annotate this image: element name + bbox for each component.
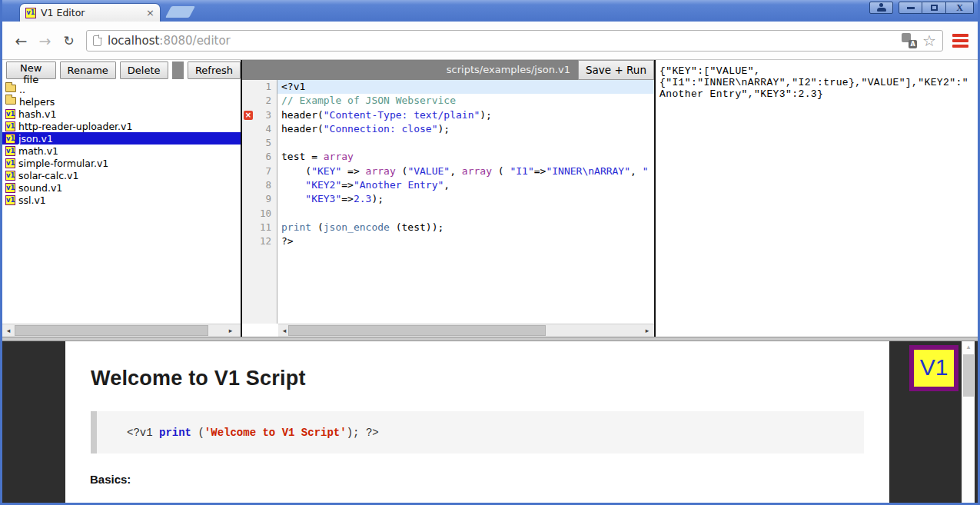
- v1-file-icon: v1: [5, 195, 15, 205]
- v1-file-icon: v1: [5, 146, 15, 156]
- file-row[interactable]: v1 sound.v1: [2, 181, 241, 194]
- close-icon: X: [956, 2, 963, 14]
- file-row[interactable]: v1 math.v1: [2, 145, 241, 157]
- editor-header: scripts/examples/json.v1 Save + Run: [242, 60, 654, 80]
- tab-close-icon[interactable]: ×: [146, 7, 154, 18]
- reload-button[interactable]: ↻: [59, 33, 78, 48]
- address-bar[interactable]: localhost:8080/editor A ☆: [86, 30, 943, 51]
- file-row[interactable]: v1 ssl.v1: [2, 194, 241, 206]
- scroll-thumb[interactable]: [15, 325, 208, 336]
- v1-file-icon: v1: [5, 183, 15, 193]
- code-line[interactable]: [277, 207, 654, 221]
- code-line[interactable]: print (json_encode (test));: [277, 221, 654, 234]
- preview-panel: Welcome to V1 Script <?v1 print ('Welcom…: [2, 341, 978, 503]
- code-line[interactable]: ?>: [277, 234, 654, 248]
- save-run-button[interactable]: Save + Run: [578, 60, 654, 80]
- page-icon: [93, 35, 101, 46]
- file-row[interactable]: v1 hash.v1: [2, 108, 241, 120]
- new-file-button[interactable]: New file: [6, 61, 56, 79]
- line-number: 8: [265, 179, 271, 191]
- line-number: 10: [260, 208, 271, 219]
- file-name: sound.v1: [18, 182, 62, 194]
- bookmark-star-icon[interactable]: ☆: [922, 33, 936, 48]
- editor-hscrollbar: ◂ ▸: [278, 324, 654, 337]
- person-icon: [877, 4, 886, 12]
- v1-file-icon: v1: [5, 121, 15, 131]
- v1-favicon-icon: v1: [25, 8, 36, 18]
- maximize-button[interactable]: [922, 2, 946, 14]
- preview-vscrollbar: ▴: [962, 341, 975, 503]
- code-line[interactable]: // Example of JSON Webservice: [277, 94, 654, 108]
- close-button[interactable]: X: [946, 2, 974, 14]
- editor-code[interactable]: <?v1// Example of JSON Webserviceheader(…: [277, 80, 654, 324]
- refresh-button[interactable]: Refresh: [188, 61, 241, 79]
- file-row[interactable]: v1 simple-formular.v1: [2, 157, 241, 169]
- rename-button[interactable]: Rename: [60, 61, 116, 79]
- basics-heading: Basics:: [90, 473, 889, 486]
- file-name: simple-formular.v1: [18, 158, 108, 169]
- code-line[interactable]: ("KEY" => array ("VALUE", array ( "I1"=>…: [277, 164, 654, 178]
- code-line[interactable]: "KEY3"=>2.3);: [277, 192, 654, 206]
- file-row[interactable]: v1 json.v1: [2, 132, 241, 145]
- minimize-button[interactable]: [899, 2, 922, 14]
- url-path: :8080/editor: [159, 34, 230, 48]
- browser-tab[interactable]: v1 V1 Editor ×: [19, 3, 161, 22]
- line-number: 2: [265, 95, 271, 106]
- scroll-up-arrow[interactable]: ▴: [962, 343, 975, 351]
- file-name: json.v1: [18, 133, 53, 145]
- file-row[interactable]: v1 http-reader-uploader.v1: [2, 120, 241, 132]
- folder-icon: [5, 97, 16, 105]
- back-button[interactable]: ←: [12, 32, 31, 49]
- v1-editor-app: New file Rename Delete Refresh .. helper…: [2, 59, 978, 337]
- browser-window: v1 V1 Editor × X ← → ↻ localhost:8080/ed…: [0, 0, 980, 505]
- delete-button[interactable]: Delete: [120, 61, 168, 79]
- maximize-icon: [931, 5, 938, 11]
- editor-file-path: scripts/examples/json.v1: [242, 60, 578, 80]
- scroll-thumb[interactable]: [288, 325, 546, 336]
- code-line[interactable]: test = array: [277, 150, 654, 164]
- line-number: 9: [265, 193, 271, 204]
- line-number: 12: [260, 235, 271, 247]
- v1-file-icon: v1: [5, 158, 15, 168]
- error-icon: ×: [244, 111, 253, 120]
- file-list: .. helpers v1 hash.v1 v1 http-reader-upl…: [2, 81, 241, 324]
- code-line[interactable]: <?v1: [277, 80, 654, 94]
- folder-icon: [5, 85, 16, 92]
- url-text: localhost:8080/editor: [108, 34, 231, 48]
- chrome-toolbar: ← → ↻ localhost:8080/editor A ☆: [2, 22, 978, 59]
- titlebar: v1 V1 Editor × X: [2, 0, 978, 22]
- output-panel: {"KEY":["VALUE",{"I1":"INNER\nARRAY","I2…: [656, 60, 978, 337]
- code-line[interactable]: header("Connection: close");: [277, 122, 654, 136]
- code-line[interactable]: header("Content-Type: text/plain");: [277, 108, 654, 122]
- scroll-right-arrow[interactable]: ▸: [224, 324, 237, 337]
- window-controls: X: [869, 2, 974, 14]
- file-row[interactable]: v1 solar-calc.v1: [2, 169, 241, 181]
- chrome-menu-button[interactable]: [951, 34, 970, 48]
- line-number: 3: [265, 109, 271, 121]
- tab-title: V1 Editor: [41, 7, 141, 18]
- file-row[interactable]: ..: [2, 83, 241, 95]
- code-line[interactable]: "KEY2"=>"Another Entry",: [277, 178, 654, 192]
- line-number: 5: [265, 137, 271, 148]
- file-toolbar: New file Rename Delete Refresh: [2, 60, 241, 81]
- scroll-right-arrow[interactable]: ▸: [641, 324, 653, 337]
- file-name: ssl.v1: [18, 194, 46, 206]
- line-number: 7: [265, 165, 271, 177]
- file-row[interactable]: helpers: [2, 95, 241, 108]
- new-tab-button[interactable]: [165, 6, 195, 18]
- v1-file-icon: v1: [5, 109, 15, 119]
- minimize-icon: [907, 7, 915, 9]
- profile-button[interactable]: [869, 2, 893, 14]
- translate-icon[interactable]: A: [902, 33, 917, 48]
- scroll-thumb[interactable]: [963, 354, 974, 397]
- scroll-left-arrow[interactable]: ◂: [2, 324, 15, 337]
- editor-gutter: 12×3456789101112: [242, 80, 277, 324]
- output-text: {"KEY":["VALUE",{"I1":"INNER\nARRAY","I2…: [656, 60, 978, 105]
- forward-button[interactable]: →: [35, 32, 55, 49]
- line-number: 4: [265, 123, 271, 135]
- file-name: hash.v1: [18, 108, 56, 120]
- file-name: http-reader-uploader.v1: [18, 121, 132, 132]
- toolbar-spacer: [172, 61, 184, 79]
- code-line[interactable]: [277, 136, 654, 150]
- line-number: 11: [260, 221, 271, 233]
